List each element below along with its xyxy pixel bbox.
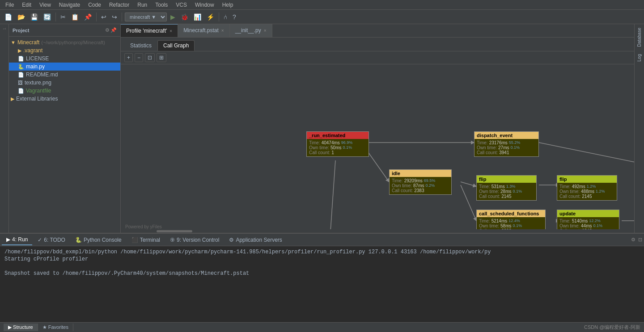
tab-profile-close[interactable]: × [169,29,172,34]
node-idle[interactable]: idle Time:29209ms69.5% Own time:87ms0.2%… [389,169,452,195]
cut-btn[interactable]: ✂ [59,13,68,21]
menu-window[interactable]: Window [191,1,218,9]
profile-sub-tabs: Statistics Call Graph [121,38,634,51]
debug-btn[interactable]: 🐞 [179,13,190,21]
tab-profile-label: Profile 'minecraft' [126,28,167,34]
menu-vcs[interactable]: VCS [172,1,191,9]
right-tab-database[interactable]: Database [636,24,643,50]
output-line-3 [4,263,640,269]
menu-code[interactable]: Code [85,1,105,9]
export-btn[interactable]: ⊞ [157,53,166,62]
tree-item-readme[interactable]: 📄 README.md [9,71,120,79]
tree-item-vagrant[interactable]: ▶ .vagrant [9,46,120,55]
tree-item-vagrantfile[interactable]: 📄 Vagrantfile [9,87,120,95]
bottom-tab-vcs[interactable]: ⑨ 9: Version Control [165,235,224,245]
tab-pstat-close[interactable]: × [221,28,224,33]
tree-item-license[interactable]: 📄 LICENSE [9,55,120,63]
menu-view[interactable]: View [36,1,55,9]
menu-tools[interactable]: Tools [152,1,171,9]
cg-toolbar: + − ⊡ ⊞ [121,51,634,64]
copy-btn[interactable]: 📋 [69,13,80,21]
run-config-dropdown[interactable]: minecraft ▼ [125,13,167,21]
todo-icon: ✓ [38,237,42,243]
bottom-settings-btn[interactable]: ⚙ [631,237,636,243]
status-tab-favorites[interactable]: ★ Favorites [38,324,73,331]
profile-btn[interactable]: 📊 [192,13,203,21]
node-title: call_scheduled_functions [477,210,545,217]
menu-file[interactable]: File [2,1,17,9]
help-icon-btn[interactable]: ? [231,13,238,21]
paste-btn[interactable]: 📌 [82,13,93,21]
bottom-tab-terminal[interactable]: ⬛ Terminal [127,235,165,245]
zoom-in-btn[interactable]: + [124,53,133,62]
redo-btn[interactable]: ↪ [110,13,119,21]
tree-item-mainpy[interactable]: 🐍 main.py [9,63,120,71]
status-right-text: CSDN @编程爱好者-阿新 [584,324,640,331]
svg-line-2 [461,182,476,186]
menu-edit[interactable]: Edit [18,1,35,9]
panel-gear-btn[interactable]: ⚙ [105,27,110,33]
tree-item-minecraft[interactable]: ▼ Minecraft (~/work/pythonproj/Minecraft… [9,38,120,46]
sep3 [122,13,122,21]
node-title: flip [557,176,617,183]
vcs-icon: ⑨ [170,237,175,243]
menu-bar: File Edit View Navigate Code Refactor Ru… [0,0,644,10]
menu-navigate[interactable]: Navigate [55,1,84,9]
vcs-btn[interactable]: ⑃ [222,13,229,21]
zoom-out-btn[interactable]: − [135,53,143,62]
node-run-estimated[interactable]: _run_estimated Time:40474ms96.9% Own tim… [306,131,369,157]
bottom-tab-app-servers[interactable]: ⚙ Application Servers [225,235,286,245]
app-servers-icon: ⚙ [229,237,234,243]
tree-item-extlibs[interactable]: ▶ External Libraries [9,95,120,103]
bottom-tab-python-console[interactable]: 🐍 Python Console [71,235,126,245]
terminal-icon: ⬛ [131,237,138,243]
menu-refactor[interactable]: Refactor [106,1,133,9]
coverage-btn[interactable]: ⚡ [205,13,216,21]
bottom-panel: ▶ 4: Run ✓ 6: TODO 🐍 Python Console ⬛ Te… [0,233,644,322]
run-output-content: /home/filippov/bdd_exmpl/bin/python /hom… [0,246,644,322]
editor-tab-bar: Profile 'minecraft' × Minecraft.pstat × … [121,24,634,38]
output-line-4: Snapshot saved to /home/filippov/.PyChar… [4,270,640,277]
powered-by-label: Powered by yFiles [125,224,162,229]
call-graph-arrows [121,64,634,233]
tab-init[interactable]: __init__.py × [230,24,272,37]
status-tab-structure[interactable]: ▶ Structure [4,324,38,331]
panel-pin-btn[interactable]: 📌 [110,27,117,33]
node-flip2[interactable]: flip Time:492ms1.2% Own time:488ms1.2% C… [557,175,617,201]
node-dispatch-event[interactable]: dispatch_event Time:23176ms55.2% Own tim… [474,131,539,157]
open-btn[interactable]: 📂 [16,13,27,21]
sync-btn[interactable]: 🔄 [42,13,53,21]
undo-btn[interactable]: ↩ [99,13,108,21]
menu-help[interactable]: Help [219,1,237,9]
left-strip-label: 1 [2,28,7,30]
node-flip1[interactable]: flip Time:531ms1.3% Own time:28ms0.1% Ca… [476,175,537,201]
bottom-tab-todo[interactable]: ✓ 6: TODO [33,235,70,245]
tab-call-graph[interactable]: Call Graph [157,40,195,51]
tree-item-texture[interactable]: 🖼 texture.png [9,79,120,87]
fit-btn[interactable]: ⊡ [145,53,155,62]
svg-line-3 [461,185,476,221]
call-graph-canvas[interactable]: _run_estimated Time:40474ms96.9% Own tim… [121,64,634,233]
tab-profile[interactable]: Profile 'minecraft' × [121,24,178,37]
menu-run[interactable]: Run [134,1,151,9]
new-file-btn[interactable]: 📄 [3,13,14,21]
folder-icon: ▶ [18,48,21,54]
node-title: _run_estimated [307,132,369,139]
bottom-tab-bar: ▶ 4: Run ✓ 6: TODO 🐍 Python Console ⬛ Te… [0,234,644,246]
sep2 [96,13,97,21]
tab-init-close[interactable]: × [264,28,267,33]
node-title: dispatch_event [475,132,538,139]
file-icon: 📄 [18,72,24,78]
scrollbar-thumb[interactable] [157,230,192,232]
bottom-tab-run[interactable]: ▶ 4: Run [2,235,32,245]
project-panel: Project ⚙ 📌 ▼ Minecraft (~/work/pythonpr… [9,24,121,233]
project-panel-title: Project [13,28,29,33]
image-file-icon: 🖼 [18,80,23,85]
tab-pstat[interactable]: Minecraft.pstat × [178,24,230,37]
run-btn[interactable]: ▶ [169,13,177,21]
tab-statistics[interactable]: Statistics [124,40,157,51]
save-btn[interactable]: 💾 [29,13,40,21]
bottom-pin-btn[interactable]: ⊡ [638,237,642,243]
right-tab-log[interactable]: Log [636,50,643,65]
horizontal-scrollbar[interactable] [121,229,634,233]
